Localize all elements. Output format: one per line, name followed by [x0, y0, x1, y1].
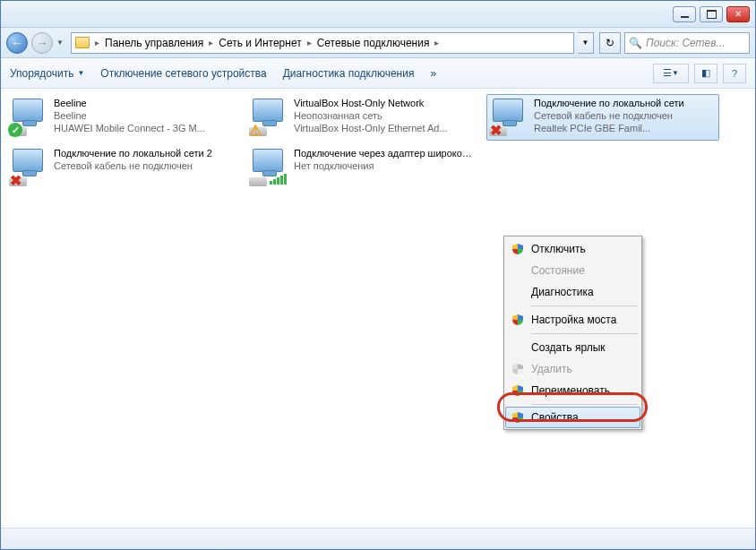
context-menu-label: Создать ярлык	[531, 341, 606, 354]
forward-button[interactable]: →	[31, 32, 53, 54]
crumb-category[interactable]: Сеть и Интернет	[219, 37, 301, 49]
connection-title: Beeline	[54, 97, 205, 109]
breadcrumb-bar[interactable]: ▸ Панель управления ▸ Сеть и Интернет ▸ …	[71, 32, 574, 54]
connection-item[interactable]: ✖Подключение по локальной сетиСетевой ка…	[486, 94, 719, 141]
connection-status: Нет подключения	[294, 159, 477, 172]
context-menu-item[interactable]: Свойства	[505, 407, 640, 428]
diagnose-label: Диагностика подключения	[283, 67, 415, 80]
connection-device: VirtualBox Host-Only Ethernet Ad...	[294, 122, 448, 134]
connection-title: Подключение через адаптер широкополосной…	[294, 147, 477, 159]
content-area: ✓BeelineBeelineHUAWEI Mobile Connect - 3…	[1, 89, 755, 528]
check-icon: ✓	[8, 123, 22, 137]
connection-text: VirtualBox Host-Only NetworkНеопознанная…	[294, 97, 448, 138]
crumb-sep-icon: ▸	[305, 38, 314, 47]
context-menu-label: Удалить	[531, 363, 572, 375]
menu-separator	[531, 305, 638, 306]
menu-separator	[531, 333, 638, 334]
context-menu-label: Свойства	[531, 411, 579, 424]
help-button[interactable]: ?	[723, 64, 746, 83]
connection-text: Подключение по локальной сети 2Сетевой к…	[54, 147, 212, 188]
context-menu-item[interactable]: Настройка моста	[506, 309, 640, 331]
address-dropdown[interactable]: ▼	[578, 32, 594, 54]
crumb-subcategory[interactable]: Сетевые подключения	[317, 37, 430, 49]
view-mode-button[interactable]: ☰ ▼	[653, 64, 689, 83]
context-menu-label: Отключить	[531, 243, 586, 255]
context-menu-item[interactable]: Создать ярлык	[506, 337, 640, 358]
network-adapter-icon: ✓	[9, 97, 48, 136]
connection-title: Подключение по локальной сети	[534, 97, 684, 109]
folder-icon	[75, 37, 90, 48]
uac-shield-icon	[511, 363, 524, 375]
uac-shield-icon	[511, 243, 524, 255]
refresh-button[interactable]: ↻	[599, 32, 621, 54]
status-bar	[1, 528, 755, 549]
connection-item[interactable]: ✖Подключение по локальной сети 2Сетевой …	[6, 144, 239, 191]
diagnose-button[interactable]: Диагностика подключения	[283, 67, 415, 80]
network-adapter-icon: ⚠	[249, 97, 288, 136]
back-button[interactable]: ←	[6, 32, 28, 54]
organize-menu[interactable]: Упорядочить ▼	[10, 67, 84, 80]
chevron-down-icon: ▼	[77, 69, 84, 77]
context-menu-item[interactable]: Диагностика	[506, 281, 640, 303]
context-menu-item[interactable]: Переименовать	[506, 380, 640, 401]
disable-label: Отключение сетевого устройства	[100, 67, 266, 80]
address-bar: ← → ▼ ▸ Панель управления ▸ Сеть и Интер…	[1, 28, 755, 58]
connection-status: Сетевой кабель не подключен	[534, 109, 684, 122]
context-menu-label: Состояние	[531, 264, 585, 277]
preview-pane-button[interactable]: ◧	[694, 64, 717, 83]
connection-status: Неопознанная сеть	[294, 109, 448, 122]
organize-label: Упорядочить	[10, 67, 73, 80]
nav-history-dropdown[interactable]: ▼	[56, 39, 67, 47]
maximize-button[interactable]	[700, 6, 723, 22]
connection-item[interactable]: Подключение через адаптер широкополосной…	[246, 144, 479, 191]
connection-title: Подключение по локальной сети 2	[54, 147, 212, 159]
overflow-chevrons-icon: »	[430, 67, 436, 80]
uac-shield-icon	[511, 314, 524, 326]
crumb-sep-icon: ▸	[93, 38, 101, 47]
network-adapter-icon: ✖	[489, 97, 528, 136]
context-menu-item[interactable]: Отключить	[506, 238, 640, 260]
titlebar: ✕	[1, 1, 755, 28]
network-adapter-icon: ✖	[9, 147, 48, 186]
search-input[interactable]: 🔍 Поиск: Сетев...	[624, 32, 750, 54]
crumb-root[interactable]: Панель управления	[105, 37, 203, 49]
context-menu-label: Настройка моста	[531, 314, 616, 326]
context-menu-item: Удалить	[506, 358, 640, 380]
connection-text: Подключение через адаптер широкополосной…	[294, 147, 477, 188]
toolbar-overflow[interactable]: »	[430, 67, 436, 80]
menu-separator	[531, 404, 638, 405]
disable-device-button[interactable]: Отключение сетевого устройства	[100, 67, 266, 80]
connection-status: Сетевой кабель не подключен	[54, 159, 212, 172]
context-menu-label: Диагностика	[531, 286, 594, 298]
warning-icon: ⚠	[248, 123, 262, 137]
minimize-button[interactable]	[673, 6, 696, 22]
network-adapter-icon	[249, 147, 288, 186]
crumb-sep-icon: ▸	[207, 38, 215, 47]
uac-shield-icon	[511, 384, 524, 397]
connection-device: HUAWEI Mobile Connect - 3G M...	[54, 122, 205, 134]
connection-device: Realtek PCIe GBE Famil...	[534, 122, 684, 134]
connection-text: Подключение по локальной сетиСетевой каб…	[534, 97, 684, 138]
close-button[interactable]: ✕	[726, 6, 750, 22]
connection-item[interactable]: ⚠VirtualBox Host-Only NetworkНеопознанна…	[246, 94, 479, 141]
disconnected-icon: ✖	[488, 123, 503, 137]
context-menu-label: Переименовать	[531, 384, 610, 397]
connection-text: BeelineBeelineHUAWEI Mobile Connect - 3G…	[54, 97, 205, 138]
search-placeholder: Поиск: Сетев...	[646, 37, 726, 49]
search-icon: 🔍	[629, 37, 642, 49]
crumb-sep-icon: ▸	[433, 38, 441, 47]
signal-bars-icon	[270, 174, 287, 185]
connections-grid: ✓BeelineBeelineHUAWEI Mobile Connect - 3…	[6, 94, 750, 191]
uac-shield-icon	[511, 411, 524, 424]
context-menu: ОтключитьСостояниеДиагностикаНастройка м…	[503, 236, 642, 430]
connection-title: VirtualBox Host-Only Network	[294, 97, 448, 109]
disconnected-icon: ✖	[8, 173, 22, 187]
connection-status: Beeline	[54, 109, 205, 122]
connection-item[interactable]: ✓BeelineBeelineHUAWEI Mobile Connect - 3…	[6, 94, 239, 141]
context-menu-item: Состояние	[506, 260, 640, 281]
toolbar: Упорядочить ▼ Отключение сетевого устрой…	[1, 58, 755, 89]
